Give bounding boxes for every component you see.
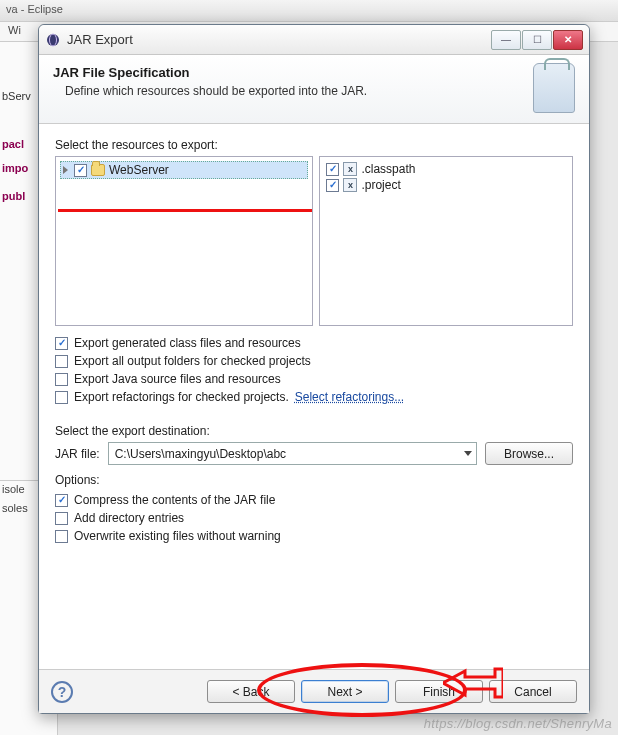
options-label: Options: — [55, 473, 573, 487]
tree-root-label: WebServer — [109, 163, 169, 177]
jar-path-value: C:\Users\maxingyu\Desktop\abc — [115, 447, 286, 461]
dialog-titlebar[interactable]: JAR Export — ☐ ✕ — [39, 25, 589, 55]
tree-root-row[interactable]: WebServer — [60, 161, 308, 179]
svg-point-0 — [47, 34, 59, 46]
expand-icon[interactable] — [63, 166, 68, 174]
close-button[interactable]: ✕ — [553, 30, 583, 50]
resources-label: Select the resources to export: — [55, 138, 573, 152]
wizard-footer: ? < Back Next > Finish Cancel — [39, 669, 589, 713]
option-label: Export all output folders for checked pr… — [74, 354, 311, 368]
finish-button[interactable]: Finish — [395, 680, 483, 703]
chevron-down-icon[interactable] — [464, 451, 472, 456]
tab-fragment: Wi — [8, 24, 21, 36]
annotation-underline — [58, 209, 313, 212]
jar-path-combo[interactable]: C:\Users\maxingyu\Desktop\abc — [108, 442, 477, 465]
file-list[interactable]: x .classpath x .project — [319, 156, 573, 326]
option-row[interactable]: Export all output folders for checked pr… — [55, 352, 573, 370]
list-item[interactable]: x .project — [324, 177, 568, 193]
jar-file-label: JAR file: — [55, 447, 100, 461]
cancel-button[interactable]: Cancel — [489, 680, 577, 703]
file-name: .classpath — [361, 162, 415, 176]
file-checkbox[interactable] — [326, 179, 339, 192]
file-name: .project — [361, 178, 400, 192]
checkbox[interactable] — [55, 337, 68, 350]
list-item[interactable]: x .classpath — [324, 161, 568, 177]
browse-button[interactable]: Browse... — [485, 442, 573, 465]
jar-export-dialog: JAR Export — ☐ ✕ JAR File Specification … — [38, 24, 590, 714]
wizard-body: Select the resources to export: WebServe… — [39, 124, 589, 551]
watermark: https://blog.csdn.net/ShenryMa — [424, 716, 612, 731]
option-label: Export generated class files and resourc… — [74, 336, 301, 350]
option-row[interactable]: Export generated class files and resourc… — [55, 334, 573, 352]
checkbox[interactable] — [55, 355, 68, 368]
option-row[interactable]: Overwrite existing files without warning — [55, 527, 573, 545]
option-label: Export Java source files and resources — [74, 372, 281, 386]
option-row[interactable]: Compress the contents of the JAR file — [55, 491, 573, 509]
option-label: Add directory entries — [74, 511, 184, 525]
help-icon[interactable]: ? — [51, 681, 73, 703]
checkbox[interactable] — [55, 494, 68, 507]
file-icon: x — [343, 178, 357, 192]
file-checkbox[interactable] — [326, 163, 339, 176]
export-options: Export generated class files and resourc… — [55, 334, 573, 406]
option-label: Overwrite existing files without warning — [74, 529, 281, 543]
destination-label: Select the export destination: — [55, 424, 573, 438]
option-label: Export refactorings for checked projects… — [74, 390, 289, 404]
checkbox[interactable] — [55, 530, 68, 543]
refactorings-link[interactable]: Select refactorings... — [295, 390, 404, 404]
eclipse-icon — [45, 32, 61, 48]
option-row[interactable]: Add directory entries — [55, 509, 573, 527]
next-button[interactable]: Next > — [301, 680, 389, 703]
checkbox[interactable] — [55, 512, 68, 525]
maximize-button[interactable]: ☐ — [522, 30, 552, 50]
resource-tree[interactable]: WebServer — [55, 156, 313, 326]
page-title: JAR File Specification — [53, 65, 367, 80]
wizard-header: JAR File Specification Define which reso… — [39, 55, 589, 124]
project-icon — [91, 164, 105, 176]
option-label: Compress the contents of the JAR file — [74, 493, 275, 507]
dialog-title-text: JAR Export — [67, 32, 491, 47]
checkbox[interactable] — [55, 373, 68, 386]
file-icon: x — [343, 162, 357, 176]
minimize-button[interactable]: — — [491, 30, 521, 50]
back-button[interactable]: < Back — [207, 680, 295, 703]
tree-checkbox[interactable] — [74, 164, 87, 177]
jar-icon — [533, 63, 575, 113]
window-controls: — ☐ ✕ — [491, 30, 583, 50]
eclipse-title: va - Eclipse — [6, 3, 63, 15]
checkbox[interactable] — [55, 391, 68, 404]
option-row[interactable]: Export Java source files and resources — [55, 370, 573, 388]
page-description: Define which resources should be exporte… — [65, 84, 367, 98]
eclipse-titlebar: va - Eclipse — [0, 0, 618, 22]
option-row[interactable]: Export refactorings for checked projects… — [55, 388, 573, 406]
